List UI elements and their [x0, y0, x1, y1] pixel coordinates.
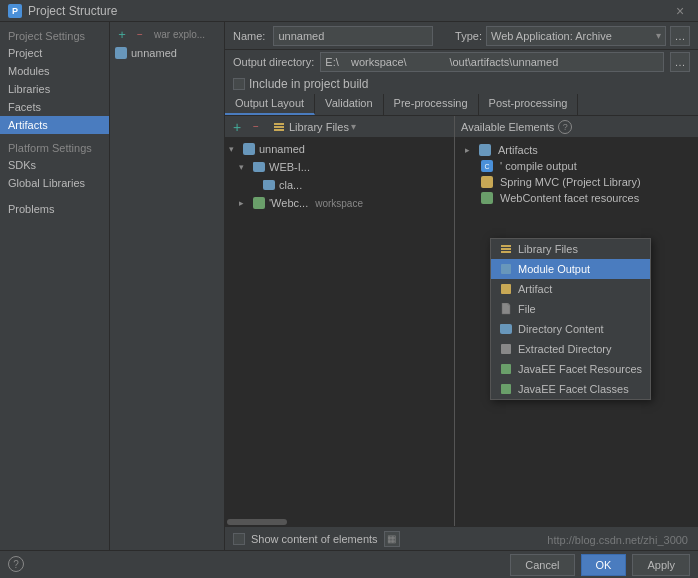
- dropdown-extracted-label: Extracted Directory: [518, 343, 612, 355]
- struct-item-unnamed[interactable]: ▾ unnamed: [225, 140, 454, 158]
- sidebar-item-problems[interactable]: Problems: [0, 200, 109, 218]
- tabs-row: Output Layout Validation Pre-processing …: [225, 94, 698, 116]
- sidebar-item-artifacts[interactable]: Artifacts: [0, 116, 109, 134]
- svg-rect-0: [274, 123, 284, 125]
- tab-postprocessing[interactable]: Post-processing: [479, 94, 579, 115]
- struct-folder2-icon: [262, 178, 276, 192]
- sidebar-item-sdks[interactable]: SDKs: [0, 156, 109, 174]
- struct-webcontent-label: 'Webc...: [269, 197, 308, 209]
- avail-webcontent[interactable]: WebContent facet resources: [477, 190, 692, 206]
- svg-rect-5: [501, 251, 511, 253]
- dropdown-module-output[interactable]: Module Output: [491, 259, 650, 279]
- sidebar-item-project[interactable]: Project: [0, 44, 109, 62]
- type-select[interactable]: Web Application: Archive ▾: [486, 26, 666, 46]
- help-icon[interactable]: ?: [558, 120, 572, 134]
- bottom-bar: Show content of elements ▦: [225, 526, 698, 550]
- type-browse-button[interactable]: …: [670, 26, 690, 46]
- name-type-row: Name: Type: Web Application: Archive ▾ …: [225, 22, 698, 50]
- dropdown-javaee-resources[interactable]: JavaEE Facet Resources: [491, 359, 650, 379]
- tab-preprocessing[interactable]: Pre-processing: [384, 94, 479, 115]
- svg-rect-4: [501, 248, 511, 250]
- project-tree-panel: + − war explo... unnamed: [110, 22, 225, 550]
- output-dir-input[interactable]: [320, 52, 664, 72]
- title-bar-text: Project Structure: [28, 4, 117, 18]
- tree-toolbar: + − war explo...: [110, 24, 224, 44]
- bottom-help-button[interactable]: ?: [8, 556, 24, 572]
- structure-scrollbar[interactable]: [225, 518, 454, 526]
- struct-unnamed-label: unnamed: [259, 143, 305, 155]
- avail-compile-output[interactable]: C ' compile output: [477, 158, 692, 174]
- project-settings-label: Project Settings: [0, 26, 109, 44]
- sidebar: Project Settings Project Modules Librari…: [0, 22, 110, 550]
- avail-spring-mvc[interactable]: Spring MVC (Project Library): [477, 174, 692, 190]
- cancel-button[interactable]: Cancel: [510, 554, 574, 576]
- dropdown-file[interactable]: File: [491, 299, 650, 319]
- dropdown-artifact[interactable]: Artifact: [491, 279, 650, 299]
- ok-button[interactable]: OK: [581, 554, 627, 576]
- name-input[interactable]: [273, 26, 433, 46]
- lib-files-label: Library Files: [289, 121, 349, 133]
- javaee-resources-icon: [499, 362, 513, 376]
- sidebar-item-libraries[interactable]: Libraries: [0, 80, 109, 98]
- sidebar-item-modules[interactable]: Modules: [0, 62, 109, 80]
- artifact-tree-item[interactable]: unnamed: [110, 44, 224, 62]
- module-output-icon: [499, 262, 513, 276]
- add-artifact-button[interactable]: +: [114, 26, 130, 42]
- svg-rect-2: [274, 129, 284, 131]
- bottom-icon-button[interactable]: ▦: [384, 531, 400, 547]
- apply-button[interactable]: Apply: [632, 554, 690, 576]
- content-area: + − Library Files ▾ ▾: [225, 116, 698, 526]
- available-title: Available Elements: [461, 121, 554, 133]
- workspace-label: workspace: [315, 198, 363, 209]
- dropdown-file-label: File: [518, 303, 536, 315]
- avail-spring-mvc-label: Spring MVC (Project Library): [500, 176, 641, 188]
- dropdown-module-output-label: Module Output: [518, 263, 590, 275]
- sidebar-item-global-libraries[interactable]: Global Libraries: [0, 174, 109, 192]
- close-button[interactable]: ×: [670, 1, 690, 21]
- structure-toolbar: + − Library Files ▾: [225, 116, 454, 138]
- svg-rect-1: [274, 126, 284, 128]
- output-dir-browse-button[interactable]: …: [670, 52, 690, 72]
- structure-remove-button[interactable]: −: [248, 119, 264, 135]
- dropdown-directory-label: Directory Content: [518, 323, 604, 335]
- lib-files-icon: [499, 242, 513, 256]
- dropdown-artifact-icon: [499, 282, 513, 296]
- name-label: Name:: [233, 30, 265, 42]
- main-layout: Project Settings Project Modules Librari…: [0, 22, 698, 550]
- app-icon: P: [8, 4, 22, 18]
- type-label: Type:: [455, 30, 482, 42]
- title-bar: P Project Structure ×: [0, 0, 698, 22]
- dropdown-artifact-label: Artifact: [518, 283, 552, 295]
- include-checkbox[interactable]: [233, 78, 245, 90]
- svg-rect-3: [501, 245, 511, 247]
- tree-panel-label: war explo...: [150, 29, 209, 40]
- struct-item-classes[interactable]: ▸ cla...: [245, 176, 454, 194]
- show-content-checkbox[interactable]: [233, 533, 245, 545]
- include-checkbox-row: Include in project build: [225, 74, 698, 94]
- struct-web-label: WEB-I...: [269, 161, 310, 173]
- avail-webcontent-label: WebContent facet resources: [500, 192, 639, 204]
- tab-output-layout[interactable]: Output Layout: [225, 94, 315, 115]
- type-select-value: Web Application: Archive: [491, 30, 612, 42]
- struct-item-web[interactable]: ▾ WEB-I...: [235, 158, 454, 176]
- dropdown-javaee-classes[interactable]: JavaEE Facet Classes: [491, 379, 650, 399]
- dropdown-lib-files-label: Library Files: [518, 243, 578, 255]
- include-label: Include in project build: [249, 77, 368, 91]
- platform-settings-label: Platform Settings: [0, 134, 109, 156]
- avail-artifacts-group[interactable]: ▸ Artifacts: [461, 142, 692, 158]
- footer: Cancel OK Apply: [0, 550, 698, 578]
- show-content-label: Show content of elements: [251, 533, 378, 545]
- sidebar-item-facets[interactable]: Facets: [0, 98, 109, 116]
- dropdown-directory-content[interactable]: Directory Content: [491, 319, 650, 339]
- remove-artifact-button[interactable]: −: [132, 26, 148, 42]
- directory-icon: [499, 322, 513, 336]
- struct-item-webcontent[interactable]: ▸ 'Webc... workspace: [235, 194, 454, 212]
- scrollbar-thumb: [227, 519, 287, 525]
- javaee-classes-icon: [499, 382, 513, 396]
- dropdown-lib-files[interactable]: Library Files: [491, 239, 650, 259]
- structure-tree: ▾ unnamed ▾ WEB-I... ▸: [225, 138, 454, 518]
- structure-add-button[interactable]: +: [229, 119, 245, 135]
- type-select-container: Type: Web Application: Archive ▾ …: [455, 26, 690, 46]
- dropdown-extracted-directory[interactable]: Extracted Directory: [491, 339, 650, 359]
- tab-validation[interactable]: Validation: [315, 94, 384, 115]
